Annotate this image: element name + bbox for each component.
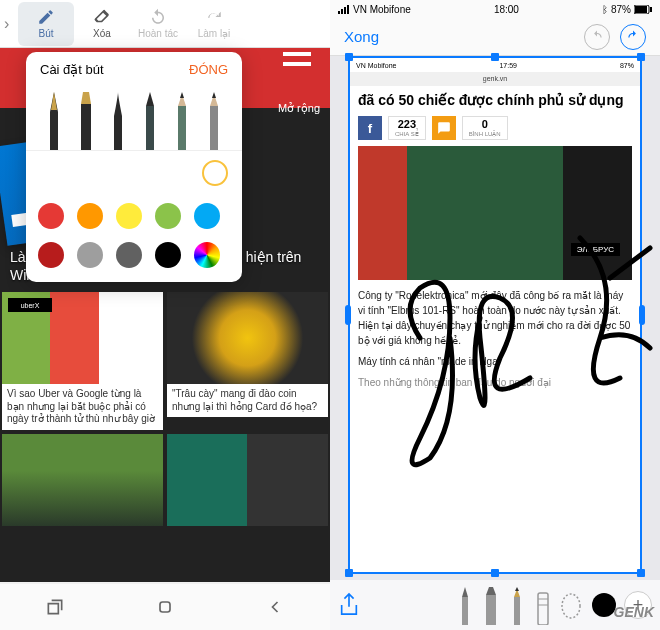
color-palette — [26, 195, 242, 282]
pencil-tool[interactable] — [506, 587, 528, 625]
article-body: Công ty "Roselektronica" mới đây đã công… — [350, 284, 640, 400]
ios-status-bar: VN Mobifone 18:00 ᛒ 87% — [330, 0, 660, 18]
news-thumb — [167, 434, 328, 526]
share-count: 223 CHIA SẺ — [388, 116, 426, 140]
erase-tool[interactable]: Xóa — [74, 2, 130, 46]
color-swatch[interactable] — [155, 242, 181, 268]
comment-icon[interactable] — [432, 116, 456, 140]
pen-tool[interactable]: Bút — [18, 2, 74, 46]
pen-tip-calligraphy[interactable] — [75, 92, 97, 150]
color-picker-button[interactable] — [592, 593, 616, 617]
color-swatch[interactable] — [38, 203, 64, 229]
color-swatch[interactable] — [116, 203, 142, 229]
color-swatch[interactable] — [38, 242, 64, 268]
crop-handle[interactable] — [345, 305, 351, 325]
undo-label: Hoàn tác — [138, 28, 178, 39]
status-time: 18:00 — [494, 4, 519, 15]
home-button[interactable] — [155, 597, 175, 617]
pen-tip-fountain[interactable] — [43, 92, 65, 150]
back-button[interactable] — [265, 597, 285, 617]
news-item[interactable] — [0, 432, 165, 528]
erase-label: Xóa — [93, 28, 111, 39]
news-thumb — [2, 434, 163, 526]
expand-label: Mở rộng — [278, 102, 320, 115]
crop-handle[interactable] — [491, 569, 499, 577]
carrier-label: VN Mobifone — [353, 4, 411, 15]
crop-handle[interactable] — [491, 53, 499, 61]
pen-tip-pencil-dark[interactable] — [139, 92, 161, 150]
share-button[interactable] — [338, 592, 360, 618]
comment-count: 0 BÌNH LUẬN — [462, 116, 508, 140]
popup-close-button[interactable]: ĐÓNG — [189, 62, 228, 77]
undo-icon — [149, 8, 167, 26]
redo-icon — [205, 8, 223, 26]
news-item[interactable]: uberX Vì sao Uber và Google từng là bạn … — [0, 290, 165, 432]
pen-thin-tool[interactable] — [454, 587, 476, 625]
eraser-icon — [93, 8, 111, 26]
marker-tool[interactable] — [480, 587, 502, 625]
mini-carrier: VN Mobifone — [356, 62, 396, 69]
color-swatch[interactable] — [194, 203, 220, 229]
social-bar: f 223 CHIA SẺ 0 BÌNH LUẬN — [350, 114, 640, 142]
photo-caption: ЭЛЬБРУС — [571, 243, 620, 256]
done-button[interactable]: Xong — [344, 28, 379, 45]
uber-badge: uberX — [8, 298, 52, 312]
redo-button[interactable] — [620, 24, 646, 50]
markup-toolbar: + — [330, 580, 660, 630]
color-swatch[interactable] — [116, 242, 142, 268]
crop-handle[interactable] — [639, 305, 645, 325]
signal-icon — [338, 5, 349, 14]
redo-label: Làm lại — [198, 28, 231, 39]
article-photo: ЭЛЬБРУС — [358, 146, 632, 280]
undo-button[interactable] — [584, 24, 610, 50]
color-swatch[interactable] — [77, 203, 103, 229]
bluetooth-icon: ᛒ — [602, 4, 608, 15]
news-item[interactable] — [165, 432, 330, 528]
crop-handle[interactable] — [345, 569, 353, 577]
article-paragraph: Máy tính cá nhân "made in Nga" — [358, 354, 632, 369]
svg-rect-0 — [160, 602, 170, 612]
battery-pct: 87% — [611, 4, 631, 15]
news-title: "Trâu cày" mang đi đào coin nhưng lại th… — [167, 384, 328, 417]
news-thumb: uberX — [2, 292, 163, 384]
hamburger-icon[interactable] — [283, 42, 311, 66]
color-swatch[interactable] — [155, 203, 181, 229]
pen-tips-row — [26, 87, 242, 151]
recents-button[interactable] — [45, 597, 65, 617]
pen-size-indicator[interactable] — [202, 160, 228, 186]
redo-tool[interactable]: Làm lại — [186, 2, 242, 46]
mini-time: 17:59 — [499, 62, 517, 69]
screenshot-canvas[interactable]: VN Mobifone 17:59 87% genk.vn đã có 50 c… — [348, 56, 642, 574]
crop-handle[interactable] — [637, 53, 645, 61]
undo-tool[interactable]: Hoàn tác — [130, 2, 186, 46]
article-title: đã có 50 chiếc được chính phủ sử dụng — [350, 86, 640, 114]
pen-settings-popup: Cài đặt bút ĐÓNG — [26, 52, 242, 282]
watermark: GENK — [614, 604, 654, 620]
phone-left: › Bút Xóa Hoàn tác Làm lại Mở rộng Làn .… — [0, 0, 330, 630]
pen-tip-pencil-green[interactable] — [171, 92, 193, 150]
pen-label: Bút — [38, 28, 53, 39]
mini-url-bar: genk.vn — [350, 72, 640, 86]
article-paragraph: Công ty "Roselektronica" mới đây đã công… — [358, 288, 632, 348]
news-grid: uberX Vì sao Uber và Google từng là bạn … — [0, 290, 330, 528]
svg-rect-4 — [538, 593, 548, 625]
facebook-icon[interactable]: f — [358, 116, 382, 140]
article-paragraph: Theo những thông tin ban đầu do người đạ… — [358, 375, 632, 390]
android-nav-bar — [0, 584, 330, 630]
news-item[interactable]: "Trâu cày" mang đi đào coin nhưng lại th… — [165, 290, 330, 432]
pen-tip-pencil-gray[interactable] — [203, 92, 225, 150]
pen-tip-brush[interactable] — [107, 92, 129, 150]
crop-handle[interactable] — [345, 53, 353, 61]
battery-icon — [634, 5, 652, 14]
lasso-tool[interactable] — [558, 587, 584, 625]
svg-rect-2 — [635, 6, 647, 13]
news-title: Vì sao Uber và Google từng là bạn nhưng … — [2, 384, 163, 430]
crop-handle[interactable] — [637, 569, 645, 577]
popup-title: Cài đặt bút — [40, 62, 104, 77]
color-swatch-rainbow[interactable] — [194, 242, 220, 268]
chevron-right-icon[interactable]: › — [4, 15, 18, 33]
svg-point-7 — [562, 594, 580, 618]
color-swatch[interactable] — [77, 242, 103, 268]
svg-rect-3 — [650, 7, 652, 12]
eraser-tool[interactable] — [532, 587, 554, 625]
